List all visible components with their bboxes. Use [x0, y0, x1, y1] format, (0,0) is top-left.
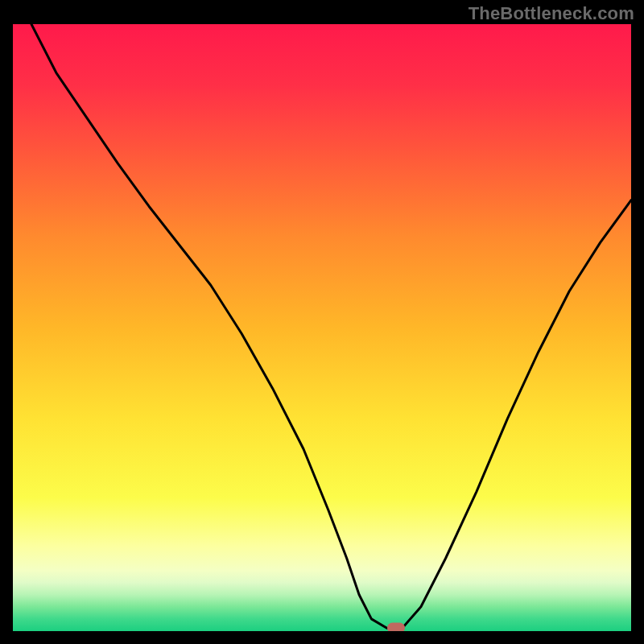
bottleneck-curve: [13, 24, 631, 631]
plot-area: [13, 24, 631, 631]
optimal-point-marker: [387, 623, 405, 631]
chart-container: TheBottleneck.com: [0, 0, 644, 644]
watermark-text: TheBottleneck.com: [469, 3, 634, 24]
